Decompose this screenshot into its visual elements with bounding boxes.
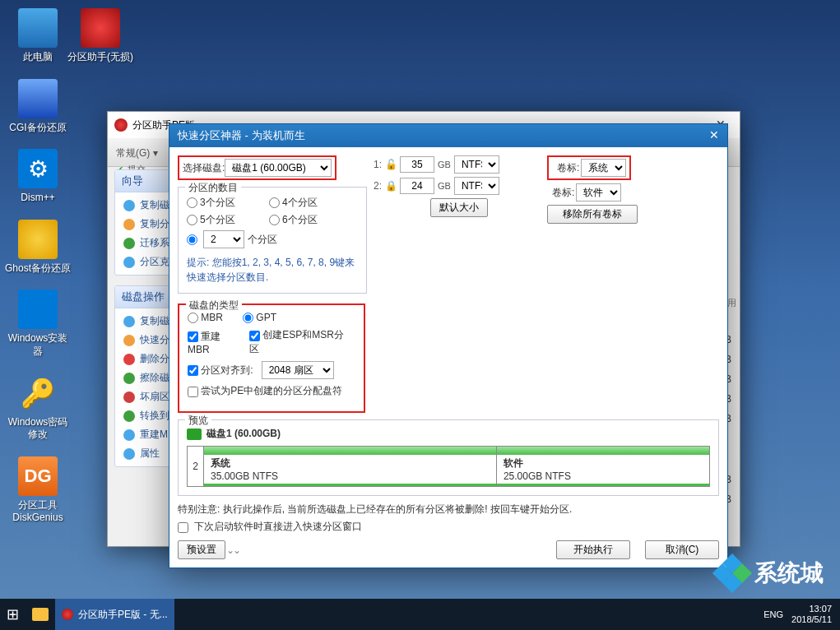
unit-label: GB [438, 160, 451, 169]
diamond-icon [712, 554, 752, 593]
disk-name: 磁盘1 (60.00GB) [207, 427, 281, 441]
filesystem-dropdown[interactable]: NTFS [454, 155, 499, 174]
desktop-icon-thispc[interactable]: 此电脑 [5, 8, 71, 64]
row-number: 1: [370, 159, 382, 170]
volume-label-text: 卷标: [557, 161, 579, 175]
dialog-close-button[interactable]: ✕ [706, 129, 722, 142]
start-button[interactable]: ⊞ [0, 599, 26, 630]
hammer-icon [18, 79, 58, 118]
chevron-down-icon: ⌄⌄ [225, 544, 239, 556]
radio-6parts[interactable]: 6个分区 [269, 211, 351, 229]
cancel-button[interactable]: 取消(C) [645, 540, 719, 559]
tray-date: 2018/5/11 [791, 614, 832, 625]
desktop-icon-cgi[interactable]: CGI备份还原 [5, 79, 71, 135]
desktop-icon-label: CGI备份还原 [5, 122, 71, 135]
checkbox-next-boot[interactable]: 下次启动软件时直接进入快速分区窗口 [178, 520, 362, 534]
diskgenius-icon: DG [18, 456, 58, 496]
partition-assistant-icon [81, 8, 120, 48]
sidebar-item-icon [123, 373, 135, 384]
checkbox-input[interactable] [249, 331, 260, 341]
start-button[interactable]: 开始执行 [556, 540, 630, 559]
radio-input[interactable] [187, 215, 197, 225]
desktop-icon-label: 分区工具DiskGenius [5, 499, 71, 525]
tray-ime[interactable]: ENG [763, 609, 783, 619]
sidebar-item-icon [123, 257, 135, 268]
custom-parts-dropdown[interactable]: 2 [203, 230, 244, 248]
key-icon: 🔑 [18, 373, 58, 413]
checkbox-rebuild-mbr[interactable]: 重建MBR [188, 330, 241, 355]
radio-gpt[interactable]: GPT [243, 312, 276, 323]
volume-label-dropdown[interactable]: 软件 [576, 183, 621, 202]
desktop-icon-label: Ghost备份还原 [5, 262, 71, 276]
desktop-icon-label: 此电脑 [5, 51, 71, 64]
sidebar-item-icon [123, 219, 135, 230]
tray-clock[interactable]: 13:07 2018/5/11 [791, 604, 832, 625]
gear-icon: ⚙ [18, 149, 58, 188]
disk-slot-software[interactable]: 软件 25.00GB NTFS [497, 447, 709, 486]
taskbar-app-aomei[interactable]: 分区助手PE版 - 无... [55, 599, 174, 630]
checkbox-input[interactable] [188, 365, 198, 376]
volume-label-dropdown[interactable]: 系统 [581, 159, 626, 177]
partition-row-1: 1: 🔓 GB NTFS [370, 155, 547, 174]
app-icon [62, 609, 73, 620]
disk-preview-header: 磁盘1 (60.00GB) [187, 427, 710, 441]
checkbox-align[interactable]: 分区对齐到: [188, 364, 253, 378]
checkbox-try-pe[interactable]: 尝试为PE中创建的分区分配盘符 [188, 384, 342, 398]
system-tray: ENG 13:07 2018/5/11 [763, 604, 840, 625]
taskbar-app-title: 分区助手PE版 - 无... [78, 608, 168, 622]
group-title: 磁盘的类型 [186, 299, 242, 313]
radio-5parts[interactable]: 5个分区 [187, 211, 269, 229]
monitor-icon [18, 8, 58, 48]
disk-slot-system[interactable]: 系统 35.00GB NTFS [204, 447, 497, 486]
slot-detail: 25.00GB NTFS [504, 470, 703, 482]
desktop-icon-passwd[interactable]: 🔑 Windows密码修改 [5, 373, 71, 442]
size-input[interactable] [400, 156, 434, 173]
desktop-icon-dism[interactable]: ⚙ Dism++ [5, 149, 71, 205]
checkbox-input[interactable] [178, 522, 188, 533]
dialog-titlebar[interactable]: 快速分区神器 - 为装机而生 [169, 124, 727, 147]
sidebar-item-icon [123, 335, 135, 346]
radio-input[interactable] [187, 197, 197, 208]
desktop-icon-aomei[interactable]: 分区助手(无损) [67, 8, 133, 64]
select-disk-dropdown[interactable]: 磁盘1 (60.00GB) [225, 159, 332, 177]
folder-icon [32, 608, 49, 621]
taskbar: ⊞ 分区助手PE版 - 无... ENG 13:07 2018/5/11 [0, 599, 840, 630]
align-sector-dropdown[interactable]: 2048 扇区 [262, 361, 334, 379]
radio-mbr[interactable]: MBR [188, 312, 223, 323]
disk-slot-index: 2 [188, 447, 204, 486]
radio-input[interactable] [269, 215, 280, 225]
volume-label-highlight: 卷标: 系统 [547, 155, 631, 180]
preset-button[interactable]: 预设置 [178, 540, 225, 559]
desktop-icon-ghost[interactable]: Ghost备份还原 [5, 220, 71, 276]
row-number: 2: [370, 180, 382, 192]
select-disk-highlight: 选择磁盘: 磁盘1 (60.00GB) [178, 155, 336, 180]
group-title: 分区的数目 [185, 181, 241, 195]
remove-labels-button[interactable]: 移除所有卷标 [547, 205, 638, 224]
filesystem-dropdown[interactable]: NTFS [454, 177, 499, 195]
sidebar-item-icon [123, 200, 135, 211]
default-size-button[interactable]: 默认大小 [430, 198, 488, 217]
group-title: 预览 [185, 414, 211, 428]
radio-input[interactable] [187, 234, 197, 245]
radio-custom-parts[interactable]: 2 个分区 [187, 229, 351, 250]
sidebar-item-icon [123, 391, 135, 403]
menu-general[interactable]: 常规(G) ▾ [116, 147, 158, 159]
checkbox-input[interactable] [188, 331, 198, 342]
sidebar-item-icon [123, 354, 135, 365]
radio-input[interactable] [243, 313, 253, 323]
radio-input[interactable] [188, 313, 198, 323]
tray-time: 13:07 [791, 604, 832, 614]
size-input[interactable] [400, 178, 434, 194]
radio-3parts[interactable]: 3个分区 [187, 194, 269, 211]
radio-4parts[interactable]: 4个分区 [269, 194, 351, 211]
radio-input[interactable] [269, 197, 280, 208]
desktop-icon-label: Windows密码修改 [5, 416, 71, 442]
slot-name: 软件 [504, 456, 703, 470]
desktop-icon-diskgenius[interactable]: DG 分区工具DiskGenius [5, 456, 71, 525]
taskbar-explorer[interactable] [26, 599, 55, 630]
select-disk-label: 选择磁盘: [183, 161, 225, 175]
checkbox-create-esp[interactable]: 创建ESP和MSR分区 [249, 328, 350, 356]
desktop-icon-wininstall[interactable]: Windows安装器 [5, 290, 71, 358]
sidebar-item-icon [123, 410, 135, 422]
checkbox-input[interactable] [188, 387, 198, 397]
